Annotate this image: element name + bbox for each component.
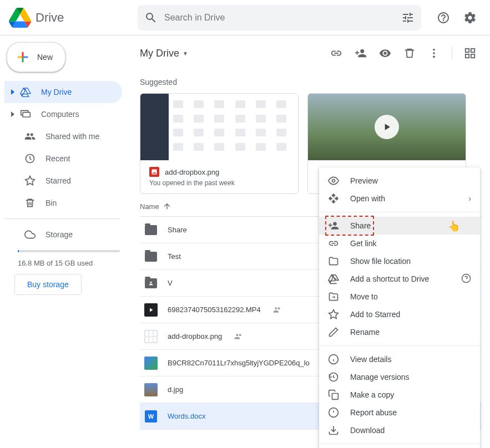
path-title[interactable]: My Drive ▼ (140, 48, 188, 59)
menu-label: Preview (350, 176, 378, 185)
menu-label: Share (350, 221, 371, 230)
context-menu: Preview Open with › Share 👆 Get link Sho… (319, 167, 480, 448)
download-icon (328, 425, 339, 436)
grid-icon (464, 47, 476, 59)
play-icon (375, 115, 399, 139)
card-subtitle: You opened in the past week (149, 179, 289, 187)
sidebar-item-label: Starred (46, 176, 71, 185)
star-icon (328, 309, 339, 320)
image-icon (144, 383, 158, 396)
file-name: Share (168, 226, 187, 234)
search-icon (144, 11, 158, 24)
card-title-text: add-dropbox.png (165, 168, 219, 176)
svg-rect-1 (23, 113, 30, 117)
content: My Drive ▼ Suggested (129, 35, 490, 448)
suggested-card[interactable]: add-dropbox.png You opened in the past w… (140, 93, 299, 194)
card-thumbnail (308, 94, 466, 160)
divider (319, 444, 480, 444)
divider (319, 212, 480, 212)
video-icon (144, 303, 158, 317)
shared-icon (24, 131, 36, 142)
preview-button[interactable] (374, 42, 396, 64)
menu-label: Add a shortcut to Drive (350, 274, 429, 283)
menu-label: Download (350, 426, 385, 435)
toolbar (325, 42, 481, 64)
svg-point-3 (433, 49, 435, 51)
file-name: B9CR82Cn7011Lr7xhsg5ltyjYGDPE206q_lo (168, 359, 310, 367)
menu-view-details[interactable]: View details (319, 350, 480, 368)
sidebar-item-label: Bin (46, 198, 57, 207)
menu-make-copy[interactable]: Make a copy (319, 386, 480, 404)
sidebar-item-shared[interactable]: Shared with me (4, 125, 122, 147)
menu-download[interactable]: Download (319, 421, 480, 439)
menu-add-shortcut[interactable]: Add a shortcut to Drive (319, 270, 480, 288)
sidebar-item-label: Computers (41, 110, 79, 119)
file-name: add-dropbox.png (168, 332, 222, 340)
eye-icon (328, 175, 339, 186)
drive-icon (20, 86, 31, 98)
new-button-label: New (37, 53, 53, 62)
more-button[interactable] (423, 42, 445, 64)
menu-preview[interactable]: Preview (319, 172, 480, 190)
path-label: My Drive (140, 48, 179, 59)
card-body: add-dropbox.png You opened in the past w… (140, 160, 298, 194)
sidebar-item-computers[interactable]: Computers (4, 103, 122, 125)
delete-button[interactable] (398, 42, 421, 64)
logo[interactable]: Drive (9, 7, 138, 29)
svg-point-10 (332, 180, 335, 182)
file-name: Words.docx (168, 412, 205, 420)
get-link-button[interactable] (325, 42, 347, 64)
path-row: My Drive ▼ (140, 38, 481, 69)
menu-show-location[interactable]: Show file location (319, 252, 480, 270)
menu-report-abuse[interactable]: Report abuse (319, 404, 480, 421)
chevron-right-icon: › (468, 194, 471, 203)
menu-share[interactable]: Share 👆 (319, 217, 480, 235)
gear-icon (463, 11, 477, 24)
menu-manage-versions[interactable]: Manage versions (319, 368, 480, 386)
svg-rect-8 (466, 54, 469, 58)
sidebar-item-storage[interactable]: Storage (4, 223, 122, 246)
main: New My Drive Computers Shared with me Re… (0, 35, 490, 448)
name-label: Name (140, 202, 159, 211)
menu-add-starred[interactable]: Add to Starred (319, 306, 480, 323)
menu-label: Open with (350, 194, 385, 203)
image-icon (144, 330, 158, 343)
expand-icon[interactable] (11, 111, 14, 117)
sidebar-item-recent[interactable]: Recent (4, 147, 122, 170)
svg-rect-9 (471, 54, 474, 58)
help-icon[interactable] (461, 273, 471, 285)
buy-storage-button[interactable]: Buy storage (14, 274, 82, 295)
tune-icon[interactable] (401, 11, 415, 24)
sidebar-item-starred[interactable]: Starred (4, 170, 122, 192)
sort-asc-icon (163, 202, 171, 211)
move-icon (328, 291, 339, 302)
menu-label: Report abuse (350, 408, 397, 417)
trash-icon (403, 47, 416, 59)
help-button[interactable] (432, 7, 454, 29)
svg-point-4 (433, 52, 435, 54)
expand-icon[interactable] (11, 89, 14, 95)
search-bar[interactable] (138, 5, 421, 30)
menu-move-to[interactable]: Move to (319, 288, 480, 306)
storage-text: 16.8 MB of 15 GB used (4, 257, 129, 274)
menu-get-link[interactable]: Get link (319, 235, 480, 252)
new-button[interactable]: New (7, 42, 65, 72)
settings-button[interactable] (459, 7, 481, 29)
grid-view-button[interactable] (459, 42, 481, 64)
share-button[interactable] (350, 42, 372, 64)
sidebar-item-label: Shared with me (46, 132, 99, 141)
sidebar-item-label: Storage (46, 230, 73, 239)
sidebar-item-bin[interactable]: Bin (4, 192, 122, 214)
history-icon (328, 371, 339, 383)
cloud-icon (24, 229, 36, 240)
file-name: Test (168, 252, 181, 261)
shared-badge-icon (273, 306, 282, 314)
help-icon (437, 11, 450, 24)
sidebar-item-my-drive[interactable]: My Drive (4, 81, 122, 103)
folder-icon (144, 223, 158, 237)
menu-open-with[interactable]: Open with › (319, 190, 480, 207)
trash-icon (24, 197, 36, 208)
menu-rename[interactable]: Rename (319, 323, 480, 341)
report-icon (328, 407, 339, 418)
search-input[interactable] (164, 13, 397, 23)
